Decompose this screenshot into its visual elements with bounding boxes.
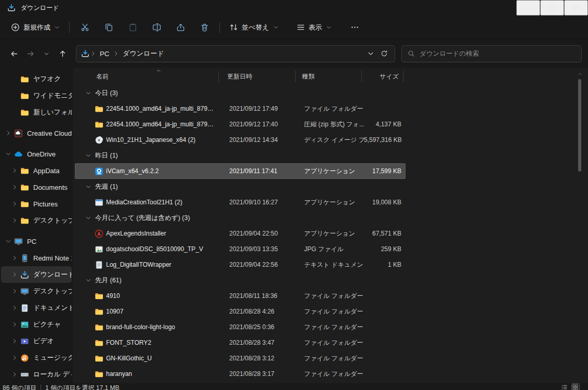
address-bar[interactable]: PC ダウンロード [76,45,395,62]
column-header-size[interactable]: サイズ [362,71,403,82]
view-lines-icon [296,23,305,32]
sidebar-item-local-disk[interactable]: ローカル ディスク ( [1,366,72,383]
sidebar-item-videos[interactable]: ビデオ [1,333,72,349]
maximize-button[interactable] [540,0,564,16]
file-row[interactable]: 49102021/08/11 18:36ファイル フォルダー [75,288,406,304]
chevron-right-icon[interactable] [11,184,18,190]
paste-button[interactable] [122,19,143,36]
search-box[interactable] [401,45,582,62]
chevron-right-icon[interactable] [11,321,18,328]
chevron-right-icon[interactable] [11,167,18,174]
details-view-icon[interactable] [561,384,568,390]
chevron-down-icon[interactable] [85,152,92,159]
sidebar-item-music[interactable]: ミュージック [1,349,72,366]
file-row[interactable]: GN-KillGothic_U2021/08/28 3:12ファイル フォルダー [75,350,406,366]
sidebar-item-documents-en[interactable]: Documents [1,179,72,196]
forward-button[interactable] [22,46,38,62]
group-header[interactable]: 先月 (61) [73,272,588,288]
breadcrumb-pc[interactable]: PC [97,48,112,59]
column-header-name[interactable]: 名前 [73,71,219,82]
chevron-right-icon[interactable] [11,338,18,344]
file-row[interactable]: 22454.1000_amd64_ja-jp_multi_879e6f01_..… [75,116,406,132]
chevron-down-icon[interactable] [85,184,92,190]
refresh-button[interactable] [381,50,388,57]
sidebar-item-onedrive[interactable]: OneDrive [1,146,72,162]
chevron-right-icon[interactable] [11,255,18,261]
scrollbar-up-icon[interactable] [578,72,582,76]
chevron-down-icon[interactable] [85,90,92,96]
sidebar-item-new-folder[interactable]: 新しいフォルダー [1,104,72,121]
file-row[interactable]: MediaCreationTool21H1 (2)2021/09/10 16:2… [75,194,406,210]
file-row[interactable]: dogatschoolDSC_85010090_TP_V2021/09/03 1… [75,241,406,257]
sidebar-item-desktop-onedrive[interactable]: デスクトップ [1,212,72,229]
minimize-button[interactable] [516,0,540,16]
large-icons-view-icon[interactable] [572,384,579,390]
sidebar-item-yafuoku[interactable]: ヤフオク [1,71,72,87]
file-name: FONT_STORY2 [106,339,221,346]
file-type: アプリケーション [298,229,364,238]
scrollbar-thumb[interactable] [578,79,581,172]
vertical-scrollbar[interactable] [578,72,582,381]
chevron-down-icon[interactable] [5,151,11,157]
file-row[interactable]: 22454.1000_amd64_ja-jp_multi_879e6f01_..… [75,101,406,116]
group-header[interactable]: 今日 (3) [73,85,588,101]
up-button[interactable] [55,46,71,62]
cut-button[interactable] [74,19,95,36]
back-button[interactable] [6,46,22,62]
more-options-button[interactable] [345,19,365,36]
share-button[interactable] [170,19,191,36]
chevron-right-icon[interactable] [11,271,18,278]
file-date-modified: 2021/09/04 22:56 [221,261,298,268]
copy-button[interactable] [98,19,119,36]
sidebar-item-creative-cloud-files[interactable]: Creative Cloud Fi [1,125,72,141]
file-row[interactable]: ApexLegendsInstaller2021/09/04 22:50アプリケ… [75,226,406,241]
sidebar-item-appdata[interactable]: AppData [1,162,72,179]
group-header[interactable]: 今月に入って (先週は含めず) (3) [73,210,588,226]
group-header[interactable]: 先週 (1) [73,179,588,194]
sidebar-item-wide-monitor[interactable]: ワイドモニター [1,87,72,104]
close-button[interactable] [564,0,588,16]
column-header-date-modified[interactable]: 更新日時 [219,71,296,82]
sidebar-item-documents[interactable]: ドキュメント [1,300,72,316]
file-row[interactable]: Win10_21H1_Japanese_x64 (2)2021/09/12 14… [75,132,406,148]
chevron-right-icon[interactable] [11,355,18,361]
folder-icon [20,75,29,84]
file-row[interactable]: 109072021/08/28 4:26ファイル フォルダー [75,304,406,319]
file-row[interactable]: FONT_STORY22021/08/28 3:47ファイル フォルダー [75,335,406,350]
new-button[interactable]: 新規作成 [6,19,64,36]
recent-locations-button[interactable] [38,46,55,62]
sidebar-item-downloads[interactable]: ダウンロード [1,266,72,283]
chevron-right-icon[interactable] [11,305,18,311]
column-header-type[interactable]: 種類 [296,71,362,82]
sort-button[interactable]: 並べ替え [225,19,283,36]
file-row[interactable]: iVCam_x64_v6.2.22021/09/11 17:41アプリケーション… [75,163,406,179]
search-input[interactable] [420,50,576,57]
sidebar-item-pictures[interactable]: ピクチャ [1,316,72,333]
chevron-right-icon[interactable] [5,130,11,136]
new-button-label: 新規作成 [23,23,50,32]
file-row[interactable]: haranyan2021/08/28 3:17ファイル フォルダー [75,366,406,382]
sidebar-item-pc[interactable]: PC [1,233,72,250]
chevron-right-icon[interactable] [11,371,18,378]
chevron-down-icon[interactable] [5,238,11,244]
chevron-right-icon[interactable] [11,288,18,294]
address-dropdown-button[interactable] [367,50,374,57]
sidebar-item-pictures-en[interactable]: Pictures [1,196,72,212]
chevron-right-icon[interactable] [11,217,18,224]
sidebar-item-redmi-note-10[interactable]: Redmi Note 10 [1,250,72,266]
chevron-placeholder [11,93,18,99]
sidebar-item-desktop[interactable]: デスクトップ [1,283,72,300]
rename-button[interactable] [146,19,167,36]
chevron-down-icon[interactable] [85,215,92,221]
file-row[interactable]: Log_DigitalITOWrapper2021/09/04 22:56テキス… [75,257,406,272]
view-button[interactable]: 表示 [292,19,336,36]
sidebar-item-label: ミュージック [33,353,72,362]
group-header[interactable]: 昨日 (1) [73,148,588,163]
delete-button[interactable] [194,19,215,36]
file-date-modified: 2021/08/11 18:36 [221,292,298,300]
file-row[interactable]: brand-full-color-light-logo2021/08/25 0:… [75,319,406,335]
file-date-modified: 2021/09/10 16:27 [221,199,298,206]
breadcrumb-downloads[interactable]: ダウンロード [120,47,167,60]
chevron-down-icon[interactable] [85,277,92,283]
chevron-right-icon[interactable] [11,201,18,207]
